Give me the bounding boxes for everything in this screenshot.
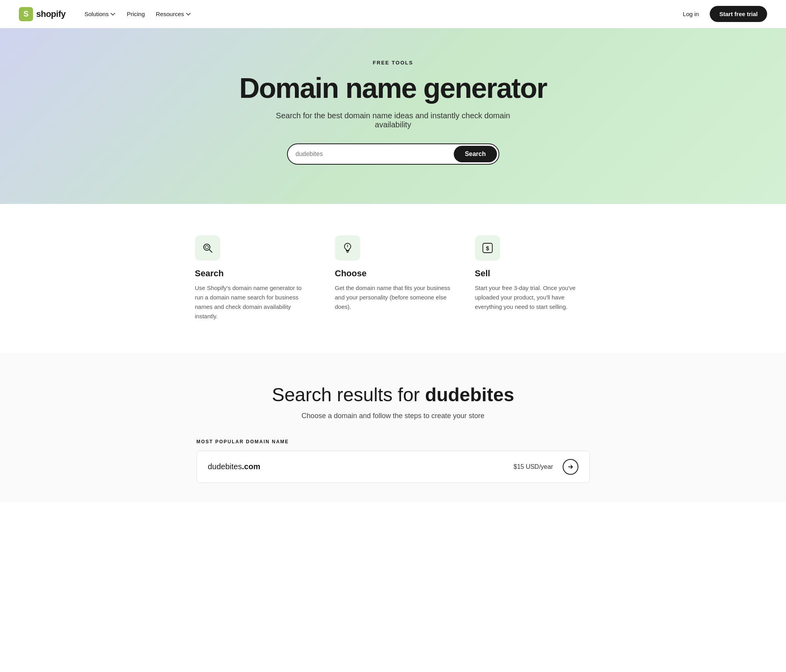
lightbulb-icon <box>341 242 354 254</box>
feature-search: Search Use Shopify's domain name generat… <box>195 235 311 321</box>
feature-sell-desc: Start your free 3-day trial. Once you've… <box>475 283 591 312</box>
svg-text:S: S <box>23 9 28 18</box>
arrow-right-icon <box>567 464 574 470</box>
logo-link[interactable]: S shopify <box>19 7 66 21</box>
domain-name: dudebites.com <box>208 462 260 471</box>
search-term-bold: dudebites <box>425 384 514 405</box>
domain-result-row: dudebites.com $15 USD/year <box>197 451 590 483</box>
nav-links: Solutions Pricing Resources <box>80 7 678 20</box>
login-button[interactable]: Log in <box>678 7 704 20</box>
features-section: Search Use Shopify's domain name generat… <box>0 204 786 353</box>
nav-pricing[interactable]: Pricing <box>122 7 149 20</box>
feature-search-desc: Use Shopify's domain name generator to r… <box>195 283 311 321</box>
search-input[interactable] <box>296 147 454 162</box>
nav-actions: Log in Start free trial <box>678 6 767 22</box>
features-grid: Search Use Shopify's domain name generat… <box>157 204 629 353</box>
feature-sell: $ Sell Start your free 3-day trial. Once… <box>475 235 591 321</box>
navigation: S shopify Solutions Pricing Resources Lo… <box>0 0 786 28</box>
feature-search-title: Search <box>195 268 311 279</box>
svg-text:$: $ <box>486 245 489 252</box>
popular-label: MOST POPULAR DOMAIN NAME <box>197 439 590 444</box>
hero-label: FREE TOOLS <box>19 60 767 66</box>
domain-extension: .com <box>242 462 260 471</box>
search-bar: Search <box>287 143 499 165</box>
domain-select-button[interactable] <box>563 459 578 475</box>
start-trial-button[interactable]: Start free trial <box>710 6 767 22</box>
hero-subtitle: Search for the best domain name ideas an… <box>275 111 511 129</box>
results-subtitle: Choose a domain and follow the steps to … <box>38 412 748 420</box>
search-button[interactable]: Search <box>454 146 497 162</box>
hero-title: Domain name generator <box>19 73 767 103</box>
results-section: Search results for dudebites Choose a do… <box>0 353 786 502</box>
domain-right: $15 USD/year <box>514 459 578 475</box>
feature-search-icon-wrap <box>195 235 220 261</box>
svg-point-4 <box>205 246 208 249</box>
search-icon <box>201 242 214 254</box>
hero-section: FREE TOOLS Domain name generator Search … <box>0 28 786 204</box>
domain-price: $15 USD/year <box>514 463 553 470</box>
nav-resources[interactable]: Resources <box>151 7 196 20</box>
feature-sell-icon-wrap: $ <box>475 235 500 261</box>
svg-line-3 <box>209 250 212 252</box>
nav-solutions[interactable]: Solutions <box>80 7 121 20</box>
logo-text: shopify <box>36 9 66 19</box>
dollar-icon: $ <box>481 242 494 254</box>
feature-choose: Choose Get the domain name that fits you… <box>335 235 451 321</box>
chevron-down-icon <box>110 11 116 17</box>
feature-choose-title: Choose <box>335 268 451 279</box>
feature-sell-title: Sell <box>475 268 591 279</box>
feature-choose-desc: Get the domain name that fits your busin… <box>335 283 451 312</box>
feature-choose-icon-wrap <box>335 235 360 261</box>
chevron-down-icon <box>186 11 191 17</box>
shopify-logo-icon: S <box>19 7 33 21</box>
results-title: Search results for dudebites <box>38 384 748 406</box>
